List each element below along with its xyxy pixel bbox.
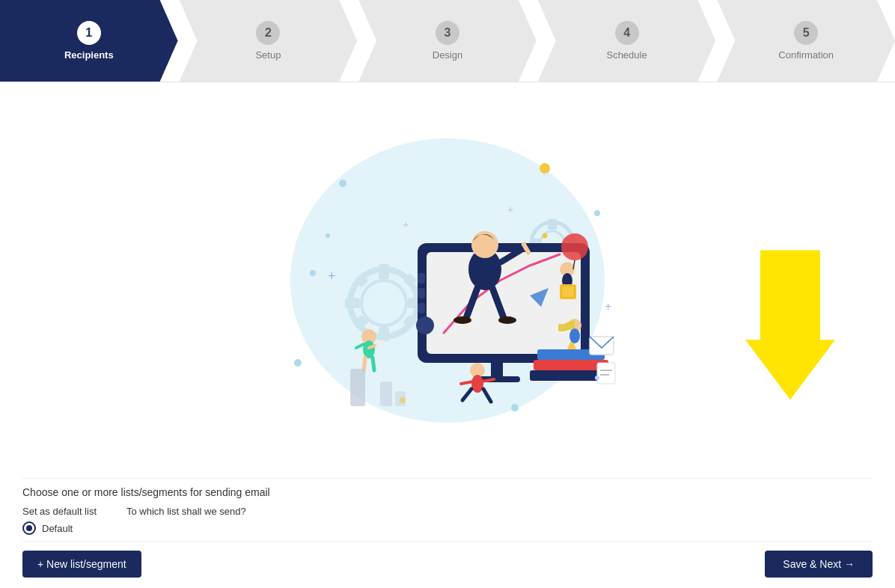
form-col-right: To which list shall we send?	[126, 506, 873, 517]
step-label-design: Design	[433, 49, 462, 61]
svg-rect-20	[548, 219, 557, 230]
svg-point-45	[471, 375, 483, 393]
svg-rect-60	[558, 324, 564, 331]
step-number-3: 3	[436, 21, 459, 45]
page-wrapper: 1 Recipients 2 Setup 3 Design 4 Schedule…	[0, 0, 895, 588]
svg-point-1	[339, 180, 346, 187]
step-confirmation[interactable]: 5 Confirmation	[717, 0, 895, 82]
svg-rect-69	[380, 382, 392, 406]
main-content: + + + +	[0, 82, 895, 588]
step-design[interactable]: 3 Design	[358, 0, 537, 82]
svg-rect-68	[350, 369, 365, 406]
svg-marker-83	[745, 250, 835, 399]
footer: + New list/segment Save & Next →	[22, 541, 873, 588]
svg-point-81	[326, 233, 330, 238]
svg-text:+: +	[328, 269, 336, 284]
svg-rect-30	[418, 303, 425, 313]
svg-point-82	[400, 397, 406, 403]
step-label-setup: Setup	[255, 49, 281, 61]
which-list-label: To which list shall we send?	[126, 506, 873, 517]
hero-illustration: + + + +	[253, 123, 642, 438]
svg-rect-55	[561, 286, 575, 298]
svg-text:+: +	[605, 300, 611, 313]
step-schedule[interactable]: 4 Schedule	[538, 0, 716, 82]
radio-row[interactable]: Default	[22, 521, 97, 535]
svg-point-80	[595, 376, 599, 380]
step-number-5: 5	[794, 21, 818, 45]
svg-point-5	[594, 210, 600, 216]
svg-point-58	[569, 328, 580, 343]
step-number-2: 2	[256, 21, 280, 45]
svg-rect-28	[418, 273, 425, 284]
svg-text:+: +	[403, 218, 409, 230]
new-list-button[interactable]: + New list/segment	[22, 551, 141, 578]
step-label-recipients: Recipients	[64, 49, 114, 61]
step-number-1: 1	[77, 21, 101, 45]
svg-rect-26	[491, 363, 503, 378]
svg-rect-29	[418, 288, 425, 298]
step-number-4: 4	[615, 21, 639, 45]
default-radio[interactable]	[22, 521, 36, 535]
svg-point-6	[294, 359, 302, 367]
form-instruction: Choose one or more lists/segments for se…	[22, 486, 873, 498]
radio-inner	[26, 525, 32, 531]
save-next-button[interactable]: Save & Next →	[765, 551, 873, 578]
svg-rect-10	[379, 264, 389, 279]
svg-rect-64	[376, 340, 385, 346]
svg-point-31	[416, 316, 434, 334]
svg-point-7	[511, 404, 519, 411]
svg-point-33	[471, 231, 498, 258]
svg-point-2	[540, 163, 550, 174]
svg-point-79	[543, 233, 548, 238]
svg-line-66	[364, 358, 365, 370]
yellow-arrow-annotation	[745, 250, 835, 402]
illustration-area: + + + +	[22, 82, 873, 478]
stepper: 1 Recipients 2 Setup 3 Design 4 Schedule…	[0, 0, 895, 82]
svg-line-67	[373, 358, 374, 370]
svg-point-52	[561, 233, 588, 260]
svg-point-39	[498, 316, 516, 324]
svg-rect-11	[379, 327, 389, 342]
set-default-label: Set as default list	[22, 506, 97, 517]
svg-rect-12	[345, 298, 360, 308]
svg-point-3	[310, 270, 316, 276]
form-row: Set as default list Default To which lis…	[22, 506, 873, 535]
form-col-left: Set as default list Default	[22, 506, 97, 535]
svg-rect-76	[597, 363, 615, 384]
form-area: Choose one or more lists/segments for se…	[22, 478, 873, 541]
step-label-schedule: Schedule	[606, 49, 647, 61]
svg-rect-25	[427, 252, 581, 354]
step-setup[interactable]: 2 Setup	[180, 0, 358, 82]
step-recipients[interactable]: 1 Recipients	[0, 0, 178, 82]
svg-text:+: +	[507, 203, 513, 215]
radio-label-default: Default	[42, 523, 73, 534]
svg-point-38	[453, 316, 471, 324]
step-label-confirmation: Confirmation	[778, 49, 834, 61]
